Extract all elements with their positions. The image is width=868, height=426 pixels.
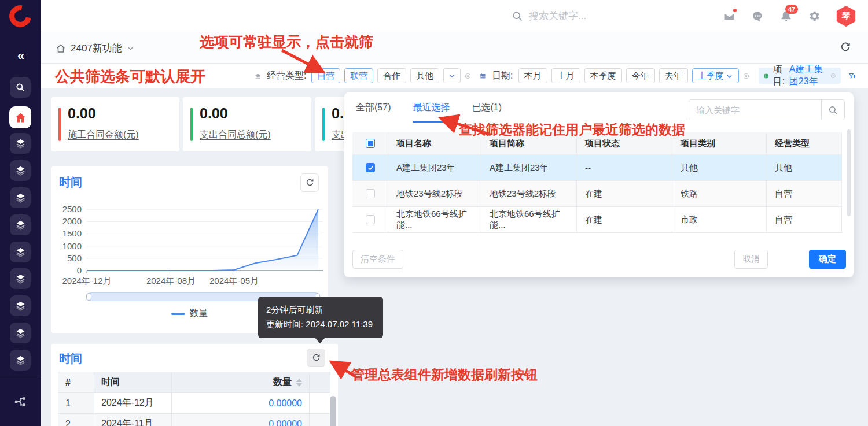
sidebar-item-module-7[interactable]	[10, 295, 31, 316]
col-extra	[310, 372, 330, 393]
messages-button[interactable]	[751, 10, 764, 23]
breadcrumb[interactable]: 2407新功能	[56, 42, 134, 55]
svg-text:2024年-12月: 2024年-12月	[62, 276, 111, 286]
stat-label[interactable]: 施工合同金额(元)	[68, 129, 139, 141]
table-row[interactable]: 1 2024年-12月 0.00000	[58, 393, 330, 414]
search-icon	[828, 105, 838, 115]
project-label: 项目:	[773, 64, 786, 88]
time-table: # 时间 数量 1 2024年-12月 0.00000 2 2024年-11月 …	[58, 372, 330, 426]
project-filter-pill[interactable]: 项目: A建工集团23年	[759, 68, 840, 84]
stat-label[interactable]: 支出合同总额(元)	[200, 129, 271, 141]
chart-title: 时间	[59, 175, 82, 190]
filter-chip-joint[interactable]: 联营	[344, 68, 373, 83]
project-row[interactable]: 地铁23号线2标段 地铁23号线2标段 在建 铁路 自营	[352, 181, 842, 207]
cancel-button[interactable]: 取消	[734, 250, 768, 269]
sidebar-item-module-2[interactable]	[10, 160, 31, 181]
qty-link[interactable]: 0.00000	[172, 393, 310, 414]
panel-search-input[interactable]	[689, 100, 821, 120]
filter-chip-this-quarter[interactable]: 本季度	[584, 68, 622, 83]
layers-icon	[14, 300, 27, 312]
filter-chip-self-operated[interactable]: 自营	[311, 68, 340, 83]
sidebar-item-module-5[interactable]	[10, 242, 31, 262]
sidebar-item-module-1[interactable]	[10, 133, 31, 154]
stat-value: 0.00	[200, 105, 228, 122]
stat-card-construction-contract: 0.00 施工合同金额(元)	[51, 97, 179, 151]
tab-all[interactable]: 全部(57)	[356, 102, 391, 123]
calendar-icon	[480, 71, 486, 81]
panel-tabs: 全部(57) 最近选择 已选(1)	[356, 102, 502, 123]
top-header: 搜索关键字... 47 琴	[41, 0, 868, 32]
home-icon	[14, 112, 27, 124]
settings-button[interactable]	[808, 10, 821, 23]
row-checkbox-checked[interactable]	[366, 163, 375, 172]
avatar[interactable]: 琴	[836, 6, 856, 27]
panel-search-button[interactable]	[821, 100, 844, 120]
page-refresh-button[interactable]	[839, 41, 852, 54]
confirm-button[interactable]: 确定	[809, 250, 846, 269]
filter-chip-last-month[interactable]: 上月	[551, 68, 580, 83]
sidebar-item-module-8[interactable]	[10, 323, 31, 343]
row-checkbox[interactable]	[366, 215, 375, 224]
refresh-icon	[839, 41, 852, 54]
business-type-expand-button[interactable]	[443, 68, 461, 83]
clear-business-type-icon[interactable]	[465, 71, 471, 81]
row-checkbox[interactable]	[366, 189, 375, 198]
sidebar-item-home[interactable]	[9, 106, 31, 128]
filter-chip-this-month[interactable]: 本月	[518, 68, 547, 83]
filter-chip-last-year[interactable]: 去年	[659, 68, 688, 83]
bank-icon	[255, 71, 261, 81]
table-scrollbar[interactable]	[330, 396, 336, 426]
stat-value: 0.00	[68, 105, 96, 122]
filter-chip-other[interactable]: 其他	[410, 68, 439, 83]
refresh-icon	[305, 178, 315, 188]
notifications-button[interactable]: 47	[779, 10, 793, 23]
table-row[interactable]: 2 2024年-11月 0.00000	[58, 414, 330, 426]
global-search[interactable]: 搜索关键字...	[512, 9, 586, 23]
sidebar-item-module-4[interactable]	[10, 214, 31, 235]
sidebar-item-module-9[interactable]	[10, 350, 31, 371]
project-table: 项目名称 项目简称 项目状态 项目类别 经营类型 A建工集团23年 A建工集团2…	[352, 132, 842, 233]
col-qty[interactable]: 数量	[172, 372, 310, 393]
sidebar-search-button[interactable]	[10, 77, 31, 98]
annotation-chip-note: 选项可常驻显示，点击就筛	[200, 32, 373, 51]
table-card-time: 时间 # 时间 数量 1 2024年-12月 0.00000 2 2024年-1…	[51, 344, 338, 426]
project-row[interactable]: 北京地铁66号线扩能... 北京地铁66号线扩能... 在建 市政 自营	[352, 207, 842, 233]
clear-project-icon[interactable]	[830, 71, 836, 80]
tab-recent[interactable]: 最近选择	[413, 102, 450, 123]
filter-chip-last-quarter[interactable]: 上季度	[692, 68, 739, 83]
sidebar-divider	[0, 376, 41, 376]
globe-icon	[763, 71, 769, 81]
qty-link[interactable]: 0.00000	[172, 414, 310, 426]
select-all-checkbox[interactable]	[366, 139, 375, 148]
sidebar-collapse-icon[interactable]: «	[0, 49, 41, 64]
select-all-cell[interactable]	[352, 132, 388, 155]
panel-scrollbar[interactable]	[847, 129, 851, 216]
sidebar-item-flow[interactable]	[14, 395, 27, 408]
sidebar-item-module-6[interactable]	[10, 268, 31, 289]
tab-selected[interactable]: 已选(1)	[472, 102, 502, 123]
clear-date-icon[interactable]	[743, 71, 749, 81]
search-icon	[512, 10, 523, 22]
chart-refresh-button[interactable]	[300, 173, 319, 192]
annotation-recent-tab-note: 查找筛选器能记住用户最近筛选的数据	[459, 121, 685, 139]
notification-badge: 47	[785, 5, 798, 14]
app-logo[interactable]	[5, 1, 36, 32]
table-refresh-button[interactable]	[307, 349, 325, 367]
breadcrumb-bar: 2407新功能	[41, 32, 868, 64]
project-value: A建工集团23年	[789, 64, 827, 88]
sort-icon[interactable]	[296, 379, 302, 387]
slider-handle-left[interactable]	[86, 293, 91, 301]
search-icon	[15, 82, 25, 92]
chevron-down-icon	[726, 72, 733, 80]
global-search-placeholder: 搜索关键字...	[529, 9, 586, 23]
col-index: #	[58, 372, 94, 393]
filter-chip-this-year[interactable]: 今年	[626, 68, 655, 83]
flow-icon	[14, 395, 27, 408]
filter-chip-cooperation[interactable]: 合作	[377, 68, 406, 83]
clear-conditions-button[interactable]: 清空条件	[352, 250, 403, 269]
layers-icon	[14, 192, 27, 204]
project-row-selected[interactable]: A建工集团23年 A建工集团23年 -- 其他 其他	[352, 155, 842, 181]
sidebar-item-module-3[interactable]	[10, 187, 31, 208]
filter-funnel-icon[interactable]	[848, 71, 855, 82]
inbox-button[interactable]	[723, 10, 736, 23]
